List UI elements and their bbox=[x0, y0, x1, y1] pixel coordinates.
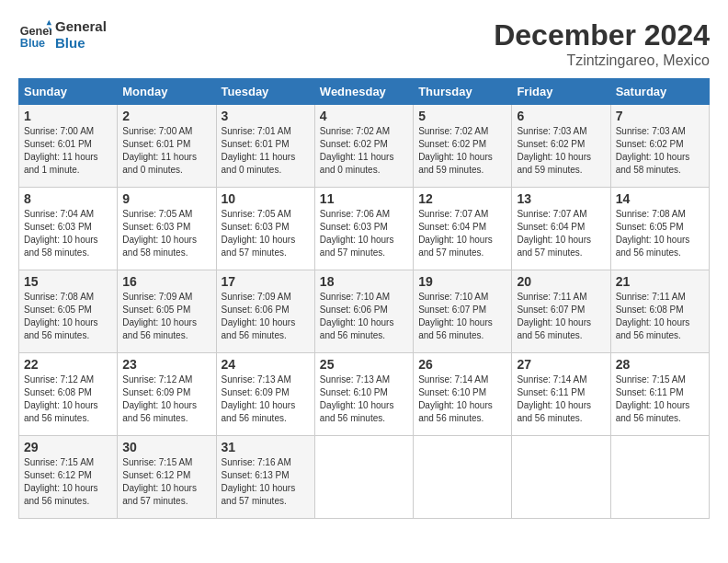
day-number: 18 bbox=[320, 274, 408, 289]
calendar-week-row: 15 Sunrise: 7:08 AM Sunset: 6:05 PM Dayl… bbox=[19, 270, 710, 353]
day-number: 1 bbox=[24, 109, 112, 123]
month-title: December 2024 bbox=[494, 18, 710, 52]
day-info: Sunrise: 7:15 AM Sunset: 6:11 PM Dayligh… bbox=[616, 373, 704, 425]
header-wednesday: Wednesday bbox=[314, 79, 413, 105]
day-number: 7 bbox=[616, 109, 704, 123]
day-number: 17 bbox=[222, 274, 310, 289]
day-info: Sunrise: 7:12 AM Sunset: 6:09 PM Dayligh… bbox=[122, 373, 210, 425]
day-info: Sunrise: 7:09 AM Sunset: 6:06 PM Dayligh… bbox=[222, 291, 310, 342]
day-number: 27 bbox=[517, 357, 605, 372]
day-number: 19 bbox=[418, 274, 506, 289]
day-info: Sunrise: 7:05 AM Sunset: 6:03 PM Dayligh… bbox=[122, 208, 210, 259]
calendar-week-row: 22 Sunrise: 7:12 AM Sunset: 6:08 PM Dayl… bbox=[19, 353, 710, 436]
day-info: Sunrise: 7:14 AM Sunset: 6:10 PM Dayligh… bbox=[418, 373, 506, 425]
day-info: Sunrise: 7:06 AM Sunset: 6:03 PM Dayligh… bbox=[320, 208, 408, 259]
day-info: Sunrise: 7:00 AM Sunset: 6:01 PM Dayligh… bbox=[24, 125, 112, 177]
calendar-cell bbox=[610, 436, 709, 519]
calendar-cell: 20 Sunrise: 7:11 AM Sunset: 6:07 PM Dayl… bbox=[512, 270, 610, 353]
calendar-cell: 28 Sunrise: 7:15 AM Sunset: 6:11 PM Dayl… bbox=[610, 353, 709, 436]
day-number: 15 bbox=[24, 274, 112, 289]
day-info: Sunrise: 7:02 AM Sunset: 6:02 PM Dayligh… bbox=[418, 125, 506, 177]
calendar-week-row: 1 Sunrise: 7:00 AM Sunset: 6:01 PM Dayli… bbox=[19, 105, 710, 188]
title-block: December 2024 Tzintzingareo, Mexico bbox=[494, 18, 710, 69]
calendar-cell: 19 Sunrise: 7:10 AM Sunset: 6:07 PM Dayl… bbox=[414, 270, 512, 353]
calendar-cell: 14 Sunrise: 7:08 AM Sunset: 6:05 PM Dayl… bbox=[610, 188, 709, 270]
calendar-week-row: 8 Sunrise: 7:04 AM Sunset: 6:03 PM Dayli… bbox=[19, 188, 710, 270]
weekday-header-row: Sunday Monday Tuesday Wednesday Thursday… bbox=[19, 79, 710, 105]
day-number: 20 bbox=[517, 274, 605, 289]
day-number: 14 bbox=[616, 191, 704, 206]
header-sunday: Sunday bbox=[19, 79, 118, 105]
svg-marker-2 bbox=[47, 20, 51, 25]
calendar-cell: 17 Sunrise: 7:09 AM Sunset: 6:06 PM Dayl… bbox=[216, 270, 314, 353]
page-header: General Blue General Blue December 2024 … bbox=[18, 18, 710, 69]
day-info: Sunrise: 7:09 AM Sunset: 6:05 PM Dayligh… bbox=[122, 291, 210, 342]
calendar-cell: 23 Sunrise: 7:12 AM Sunset: 6:09 PM Dayl… bbox=[118, 353, 216, 436]
calendar-cell: 16 Sunrise: 7:09 AM Sunset: 6:05 PM Dayl… bbox=[118, 270, 216, 353]
calendar-cell: 4 Sunrise: 7:02 AM Sunset: 6:02 PM Dayli… bbox=[314, 105, 413, 188]
day-info: Sunrise: 7:01 AM Sunset: 6:01 PM Dayligh… bbox=[222, 125, 310, 177]
logo-blue: Blue bbox=[55, 35, 107, 52]
day-number: 2 bbox=[122, 109, 210, 123]
calendar-cell bbox=[314, 436, 413, 519]
day-number: 6 bbox=[517, 109, 605, 123]
day-info: Sunrise: 7:05 AM Sunset: 6:03 PM Dayligh… bbox=[222, 208, 310, 259]
calendar-cell: 5 Sunrise: 7:02 AM Sunset: 6:02 PM Dayli… bbox=[414, 105, 512, 188]
calendar-cell: 6 Sunrise: 7:03 AM Sunset: 6:02 PM Dayli… bbox=[512, 105, 610, 188]
day-info: Sunrise: 7:14 AM Sunset: 6:11 PM Dayligh… bbox=[517, 373, 605, 425]
day-info: Sunrise: 7:13 AM Sunset: 6:10 PM Dayligh… bbox=[320, 373, 408, 425]
header-friday: Friday bbox=[512, 79, 610, 105]
calendar-table: Sunday Monday Tuesday Wednesday Thursday… bbox=[18, 78, 710, 519]
location-title: Tzintzingareo, Mexico bbox=[494, 52, 710, 69]
header-thursday: Thursday bbox=[414, 79, 512, 105]
calendar-cell bbox=[414, 436, 512, 519]
calendar-cell: 1 Sunrise: 7:00 AM Sunset: 6:01 PM Dayli… bbox=[19, 105, 118, 188]
logo-general: General bbox=[55, 18, 107, 35]
calendar-cell: 29 Sunrise: 7:15 AM Sunset: 6:12 PM Dayl… bbox=[19, 436, 118, 519]
calendar-cell: 13 Sunrise: 7:07 AM Sunset: 6:04 PM Dayl… bbox=[512, 188, 610, 270]
calendar-cell: 21 Sunrise: 7:11 AM Sunset: 6:08 PM Dayl… bbox=[610, 270, 709, 353]
day-info: Sunrise: 7:08 AM Sunset: 6:05 PM Dayligh… bbox=[616, 208, 704, 259]
day-number: 8 bbox=[24, 191, 112, 206]
calendar-cell: 26 Sunrise: 7:14 AM Sunset: 6:10 PM Dayl… bbox=[414, 353, 512, 436]
day-number: 23 bbox=[122, 357, 210, 372]
day-info: Sunrise: 7:12 AM Sunset: 6:08 PM Dayligh… bbox=[24, 373, 112, 425]
day-number: 11 bbox=[320, 191, 408, 206]
day-info: Sunrise: 7:10 AM Sunset: 6:06 PM Dayligh… bbox=[320, 291, 408, 342]
calendar-cell: 11 Sunrise: 7:06 AM Sunset: 6:03 PM Dayl… bbox=[314, 188, 413, 270]
day-number: 28 bbox=[616, 357, 704, 372]
day-number: 3 bbox=[222, 109, 310, 123]
day-number: 12 bbox=[418, 191, 506, 206]
header-monday: Monday bbox=[118, 79, 216, 105]
calendar-cell: 22 Sunrise: 7:12 AM Sunset: 6:08 PM Dayl… bbox=[19, 353, 118, 436]
day-info: Sunrise: 7:15 AM Sunset: 6:12 PM Dayligh… bbox=[122, 456, 210, 508]
svg-text:Blue: Blue bbox=[20, 37, 45, 50]
calendar-cell bbox=[512, 436, 610, 519]
calendar-cell: 12 Sunrise: 7:07 AM Sunset: 6:04 PM Dayl… bbox=[414, 188, 512, 270]
logo: General Blue General Blue bbox=[18, 18, 107, 52]
header-saturday: Saturday bbox=[610, 79, 709, 105]
day-number: 16 bbox=[122, 274, 210, 289]
day-info: Sunrise: 7:10 AM Sunset: 6:07 PM Dayligh… bbox=[418, 291, 506, 342]
day-info: Sunrise: 7:07 AM Sunset: 6:04 PM Dayligh… bbox=[517, 208, 605, 259]
header-tuesday: Tuesday bbox=[216, 79, 314, 105]
day-info: Sunrise: 7:00 AM Sunset: 6:01 PM Dayligh… bbox=[122, 125, 210, 177]
day-number: 22 bbox=[24, 357, 112, 372]
day-number: 31 bbox=[222, 440, 310, 454]
calendar-cell: 24 Sunrise: 7:13 AM Sunset: 6:09 PM Dayl… bbox=[216, 353, 314, 436]
calendar-cell: 2 Sunrise: 7:00 AM Sunset: 6:01 PM Dayli… bbox=[118, 105, 216, 188]
calendar-cell: 25 Sunrise: 7:13 AM Sunset: 6:10 PM Dayl… bbox=[314, 353, 413, 436]
day-number: 4 bbox=[320, 109, 408, 123]
day-info: Sunrise: 7:13 AM Sunset: 6:09 PM Dayligh… bbox=[222, 373, 310, 425]
day-number: 24 bbox=[222, 357, 310, 372]
calendar-cell: 15 Sunrise: 7:08 AM Sunset: 6:05 PM Dayl… bbox=[19, 270, 118, 353]
calendar-cell: 30 Sunrise: 7:15 AM Sunset: 6:12 PM Dayl… bbox=[118, 436, 216, 519]
day-info: Sunrise: 7:04 AM Sunset: 6:03 PM Dayligh… bbox=[24, 208, 112, 259]
calendar-cell: 9 Sunrise: 7:05 AM Sunset: 6:03 PM Dayli… bbox=[118, 188, 216, 270]
calendar-cell: 8 Sunrise: 7:04 AM Sunset: 6:03 PM Dayli… bbox=[19, 188, 118, 270]
day-number: 30 bbox=[122, 440, 210, 454]
day-number: 21 bbox=[616, 274, 704, 289]
calendar-week-row: 29 Sunrise: 7:15 AM Sunset: 6:12 PM Dayl… bbox=[19, 436, 710, 519]
day-number: 29 bbox=[24, 440, 112, 454]
day-info: Sunrise: 7:08 AM Sunset: 6:05 PM Dayligh… bbox=[24, 291, 112, 342]
